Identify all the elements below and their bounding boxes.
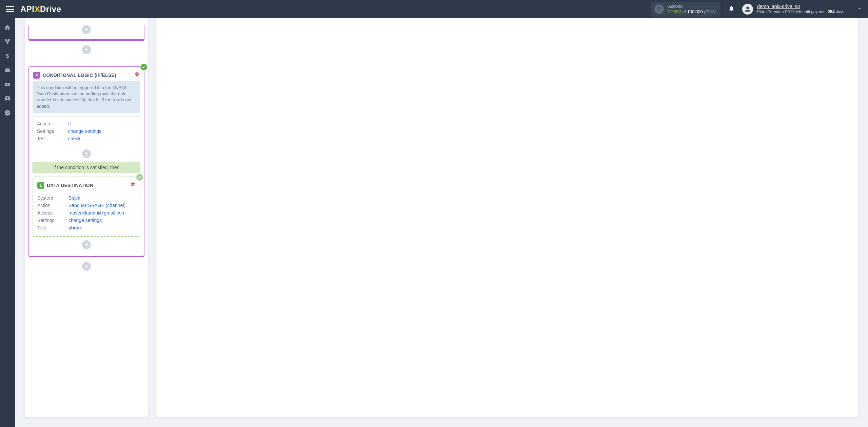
delete-icon[interactable] — [134, 72, 140, 79]
plan-suffix: days — [834, 9, 844, 14]
flow-panel: + + ✓ 4 CONDITIONAL LOGIC (IF/ELSE) This… — [25, 18, 148, 417]
user-text: demo_apix-drive_s3 Plan |Premium PRO| le… — [757, 4, 844, 15]
conditional-logic-card: ✓ 4 CONDITIONAL LOGIC (IF/ELSE) This con… — [28, 66, 144, 257]
right-panel — [156, 18, 858, 417]
actions-pct: (22%) — [704, 9, 716, 14]
svg-text:?: ? — [6, 110, 9, 115]
menu-toggle[interactable] — [6, 6, 14, 12]
card-title: CONDITIONAL LOGIC (IF/ELSE) — [43, 73, 116, 78]
logo-text-left: API — [20, 4, 35, 14]
attr-settings-link[interactable]: change settings — [68, 218, 102, 223]
add-step-button[interactable]: + — [82, 25, 91, 34]
attr-test-link[interactable]: check — [68, 136, 81, 141]
nav-billing-icon[interactable]: $ — [0, 49, 15, 63]
actions-counter[interactable]: i Actions: 22'062 of 100'000 (22%) — [651, 2, 721, 17]
attr-action-link[interactable]: Send MESSAGE (channel) — [68, 203, 125, 208]
attr-key-system: System — [37, 195, 65, 201]
attr-key-action: Action — [37, 121, 65, 126]
dest-attr-box: System Slack Action Send MESSAGE (channe… — [37, 193, 136, 233]
plan-days: 254 — [828, 9, 834, 14]
nav-profile-icon[interactable] — [0, 92, 15, 106]
actions-label: Actions: — [668, 4, 716, 9]
step-number-badge: 1 — [37, 182, 44, 189]
attr-key-test: Test — [37, 136, 65, 141]
if-then-label: if the condition is satisfied, then — [33, 162, 140, 173]
avatar-icon — [742, 4, 753, 15]
step-number-badge: 4 — [33, 72, 40, 79]
header-right: i Actions: 22'062 of 100'000 (22%) demo_… — [651, 2, 862, 17]
attr-key-action: Action — [37, 203, 65, 208]
svg-point-0 — [746, 7, 749, 9]
main-area: + + ✓ 4 CONDITIONAL LOGIC (IF/ELSE) This… — [15, 18, 868, 427]
add-step-button[interactable]: + — [82, 45, 91, 54]
actions-text: Actions: 22'062 of 100'000 (22%) — [668, 4, 716, 15]
info-icon: i — [654, 4, 664, 14]
card-header: 1 DATA DESTINATION — [37, 181, 136, 191]
data-destination-card: ✓ 1 DATA DESTINATION System Slack — [33, 177, 140, 237]
actions-total: 100'000 — [687, 9, 703, 14]
status-ok-icon: ✓ — [140, 63, 148, 71]
attr-settings-link[interactable]: change settings — [68, 128, 101, 134]
svg-point-5 — [7, 97, 8, 99]
attr-key-test: Test — [37, 225, 65, 230]
attr-test-link[interactable]: check — [68, 225, 82, 230]
svg-text:$: $ — [6, 53, 9, 59]
add-step-button[interactable]: + — [82, 262, 91, 271]
nav-home-icon[interactable] — [0, 20, 15, 35]
plan-line: Plan |Premium PRO| left until payment 25… — [757, 9, 844, 15]
card-title: DATA DESTINATION — [47, 183, 93, 188]
attr-key-access: Access — [37, 210, 65, 216]
card-header: 4 CONDITIONAL LOGIC (IF/ELSE) — [33, 70, 140, 81]
delete-icon[interactable] — [130, 182, 136, 189]
attr-access-link[interactable]: maverickandrii@gmail.com — [68, 210, 125, 216]
plan-prefix: Plan |Premium PRO| left until payment — [757, 9, 828, 14]
username: demo_apix-drive_s3 — [757, 4, 844, 10]
user-menu[interactable]: demo_apix-drive_s3 Plan |Premium PRO| le… — [742, 4, 862, 15]
attr-key-settings: Settings — [37, 128, 65, 134]
top-header: APIXDrive i Actions: 22'062 of 100'000 (… — [0, 0, 868, 18]
previous-card-truncated: + — [28, 25, 144, 41]
logo-text-right: Drive — [40, 4, 61, 14]
status-ok-icon: ✓ — [136, 173, 144, 181]
logic-attr-box: Action If Settings change settings Test … — [33, 116, 140, 146]
attr-system-link[interactable]: Slack — [68, 195, 80, 201]
notifications-icon[interactable] — [728, 5, 735, 14]
chevron-down-icon[interactable] — [857, 6, 862, 12]
attr-key-settings: Settings — [37, 218, 65, 223]
page-body: $ ? + + ✓ 4 CONDITIONAL LOGIC (IF/ELSE) — [0, 18, 868, 427]
nav-help-icon[interactable]: ? — [0, 106, 15, 120]
nav-connections-icon[interactable] — [0, 35, 15, 49]
nav-briefcase-icon[interactable] — [0, 63, 15, 77]
logo-x: X — [34, 4, 40, 14]
actions-of: of — [682, 9, 686, 14]
add-step-button[interactable]: + — [82, 149, 91, 158]
attr-action-link[interactable]: If — [68, 121, 71, 126]
add-step-button[interactable]: + — [82, 240, 91, 249]
nav-video-icon[interactable] — [0, 77, 15, 92]
condition-description: This condition will be triggered if in t… — [33, 81, 140, 113]
actions-used: 22'062 — [668, 9, 681, 14]
sidebar-nav: $ ? — [0, 18, 15, 427]
app-logo[interactable]: APIXDrive — [20, 4, 61, 14]
